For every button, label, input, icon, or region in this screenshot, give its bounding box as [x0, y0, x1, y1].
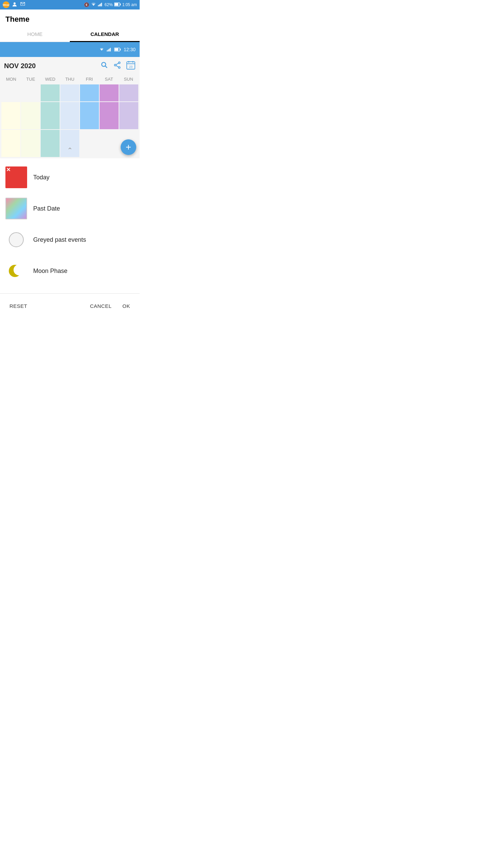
cal-day-tue: TUE	[21, 75, 41, 84]
cal-day-wed: WED	[40, 75, 60, 84]
cal-cell	[1, 130, 20, 157]
svg-rect-11	[110, 48, 111, 51]
cal-cell	[41, 84, 60, 101]
cal-cell	[80, 102, 99, 129]
cal-cell	[21, 102, 40, 129]
moon-phase-icon	[5, 260, 27, 282]
svg-point-0	[14, 2, 16, 4]
user-icon	[12, 1, 18, 8]
cal-cell	[100, 102, 119, 129]
add-event-fab[interactable]: +	[121, 139, 136, 155]
svg-text:23: 23	[129, 65, 133, 68]
calendar-icon[interactable]: 23	[126, 60, 136, 71]
svg-rect-8	[107, 50, 107, 51]
time-display: 1:05 am	[122, 2, 137, 7]
reset-button[interactable]: RESET	[8, 300, 29, 312]
cal-preview-time: 12:30	[124, 47, 136, 52]
cal-cell	[100, 84, 119, 101]
svg-point-17	[119, 62, 120, 64]
today-label: Today	[33, 174, 49, 181]
calendar-preview: 12:30 NOV 2020 23 MON TUE WED THU FRI SA…	[0, 42, 140, 158]
cal-cell	[1, 102, 20, 129]
svg-rect-6	[120, 3, 121, 5]
wifi-icon	[90, 2, 97, 8]
bottom-action-bar: RESET CANCEL OK	[0, 293, 140, 318]
cal-status-icons	[99, 47, 121, 52]
pastdate-setting[interactable]: Past Date	[0, 193, 140, 224]
search-icon[interactable]	[100, 61, 108, 71]
cal-cell	[80, 130, 99, 157]
tab-calendar[interactable]: CALENDAR	[70, 26, 140, 42]
today-icon: ✕	[5, 166, 27, 188]
cal-cell	[60, 84, 79, 101]
ok-button[interactable]: OK	[121, 300, 131, 312]
cal-month-title: NOV 2020	[4, 62, 36, 70]
cal-day-mon: MON	[1, 75, 21, 84]
svg-rect-3	[100, 3, 101, 6]
cal-cell	[41, 102, 60, 129]
svg-line-21	[116, 65, 118, 67]
moon-setting[interactable]: Moon Phase	[0, 255, 140, 287]
svg-point-18	[115, 64, 116, 66]
cal-month-row: NOV 2020 23	[0, 57, 140, 75]
settings-section: ✕ Today Past Date Greyed past events	[0, 158, 140, 290]
svg-rect-1	[98, 5, 99, 6]
svg-point-19	[119, 67, 120, 68]
cal-cell	[41, 130, 60, 157]
tab-home[interactable]: HOME	[0, 26, 70, 42]
cal-day-sun: SUN	[119, 75, 138, 84]
cal-cell	[21, 130, 40, 157]
svg-rect-9	[108, 50, 108, 52]
cal-cell	[60, 102, 79, 129]
svg-point-29	[9, 265, 21, 277]
cal-cell	[21, 84, 40, 101]
status-bar: Wear 🔇 62% 1:05 am	[0, 0, 140, 9]
pastdate-icon	[5, 198, 27, 219]
pastdate-label: Past Date	[33, 205, 60, 212]
tabs-bar: HOME CALENDAR	[0, 26, 140, 42]
status-right: 🔇 62% 1:05 am	[84, 2, 137, 8]
today-setting[interactable]: ✕ Today	[0, 162, 140, 193]
signal-icon	[98, 2, 103, 8]
battery-percent: 62%	[105, 2, 113, 7]
mute-icon: 🔇	[84, 2, 89, 7]
svg-rect-13	[120, 49, 121, 51]
svg-rect-2	[99, 4, 100, 6]
cal-days-header: MON TUE WED THU FRI SAT SUN	[0, 75, 140, 84]
share-icon[interactable]	[113, 61, 121, 71]
chevron-up-icon[interactable]: ⌃	[67, 146, 73, 154]
svg-line-16	[105, 66, 107, 68]
cal-cell	[119, 102, 138, 129]
cal-day-sat: SAT	[99, 75, 119, 84]
cal-cell	[1, 84, 20, 101]
greyed-setting[interactable]: Greyed past events	[0, 224, 140, 255]
status-left: Wear	[3, 1, 26, 8]
message-icon	[20, 1, 26, 8]
svg-rect-10	[109, 49, 109, 52]
svg-point-15	[102, 62, 106, 66]
moon-phase-label: Moon Phase	[33, 268, 67, 275]
cal-grid: ⌃ +	[0, 84, 140, 158]
cal-cell	[100, 130, 119, 157]
battery-icon	[114, 2, 121, 7]
cal-action-icons[interactable]: 23	[100, 60, 136, 71]
today-x-mark: ✕	[6, 167, 11, 173]
svg-rect-14	[115, 48, 118, 51]
cal-cell	[80, 84, 99, 101]
cal-day-fri: FRI	[80, 75, 99, 84]
svg-rect-4	[101, 3, 102, 6]
cal-day-thu: THU	[60, 75, 80, 84]
greyed-label: Greyed past events	[33, 236, 86, 243]
svg-line-20	[116, 63, 118, 64]
page-title: Theme	[0, 9, 140, 26]
cancel-button[interactable]: CANCEL	[88, 300, 113, 312]
greyed-icon	[5, 229, 27, 251]
svg-rect-7	[115, 3, 118, 6]
cal-preview-statusbar: 12:30	[0, 42, 140, 57]
wear-badge: Wear	[3, 1, 9, 8]
cal-cell	[119, 84, 138, 101]
